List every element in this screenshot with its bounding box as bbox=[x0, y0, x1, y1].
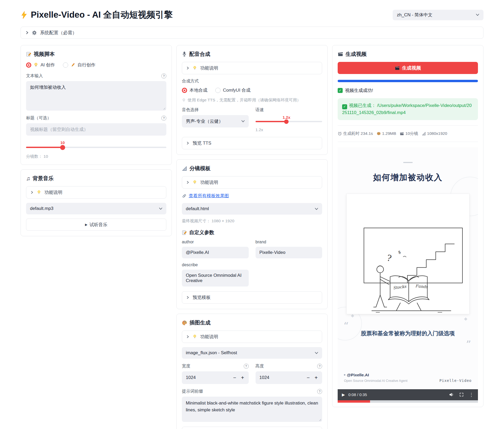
radio-self-create[interactable]: 自行创作 bbox=[63, 62, 96, 68]
author-input[interactable]: @Pixelle.AI bbox=[182, 247, 249, 258]
width-increment-button[interactable]: + bbox=[239, 373, 247, 382]
view-templates-link[interactable]: 查看所有模板效果图 bbox=[189, 193, 229, 199]
author-bullet-icon bbox=[344, 374, 346, 376]
quote-close-mark: ” bbox=[338, 341, 471, 347]
music-help-accordion[interactable]: 功能说明 bbox=[26, 186, 166, 199]
dropdown-value: default.html bbox=[186, 206, 209, 211]
language-selector[interactable]: zh_CN - 简体中文 bbox=[393, 10, 483, 20]
brand-label: brand bbox=[256, 240, 322, 244]
author-label: author bbox=[182, 240, 249, 244]
svg-text:?: ? bbox=[386, 253, 392, 263]
video-title-input[interactable]: 视频标题（留空则自动生成） bbox=[26, 123, 166, 136]
generation-progress-bar bbox=[338, 80, 478, 82]
help-icon[interactable]: ? bbox=[161, 116, 166, 121]
video-script-card: 视频脚本 AI 创作 自行创作 bbox=[21, 45, 172, 165]
card-title-text: 视频脚本 bbox=[34, 51, 55, 58]
tts-mode-radios: 本地合成 ComfyUI 合成 bbox=[182, 87, 322, 93]
accordion-label: 预览模板 bbox=[193, 294, 211, 300]
storyboard-count-text: 分镜数： 10 bbox=[26, 154, 166, 159]
generate-video-button[interactable]: 生成视频 bbox=[338, 62, 478, 74]
help-icon[interactable]: ? bbox=[317, 389, 322, 394]
clapperboard-icon bbox=[395, 66, 400, 70]
tts-hint: 使用 Edge TTS，无需配置，开箱即用（请确保网络环境可用） bbox=[188, 97, 301, 103]
divider bbox=[338, 142, 478, 142]
custom-params-title: 自定义参数 bbox=[189, 229, 214, 236]
height-increment-button[interactable]: + bbox=[312, 373, 320, 382]
svg-text:$: $ bbox=[397, 249, 401, 255]
slider-handle[interactable] bbox=[284, 119, 289, 124]
illustration-help-accordion[interactable]: 功能说明 bbox=[182, 331, 322, 343]
template-file-dropdown[interactable]: default.html bbox=[182, 203, 322, 215]
brand-field-group: brand Pixelle-Video bbox=[256, 240, 322, 258]
chevron-down-icon bbox=[159, 208, 162, 210]
kebab-menu-button[interactable]: ⋮ bbox=[469, 392, 474, 398]
storyboard-count-slider[interactable]: 10 bbox=[26, 140, 166, 148]
height-value: 1024 bbox=[260, 375, 270, 380]
tts-card: 配音合成 功能说明 合成方式 本地合成 bbox=[176, 45, 328, 155]
help-icon[interactable]: ? bbox=[244, 364, 249, 369]
tts-mode-label: 合成方式 bbox=[182, 78, 322, 84]
stat-text: 1080x1920 bbox=[427, 131, 447, 136]
height-decrement-button[interactable]: − bbox=[304, 373, 312, 382]
microphone-icon bbox=[182, 51, 187, 57]
success-text: 视频生成成功! bbox=[345, 87, 373, 93]
text-input-label: 文本输入 bbox=[26, 73, 43, 79]
workflow-dropdown[interactable]: image_flux.json - Selfhost bbox=[182, 347, 322, 359]
height-field-group: 高度 ? 1024 − + bbox=[256, 363, 322, 384]
middle-column: 配音合成 功能说明 合成方式 本地合成 bbox=[176, 45, 328, 429]
radio-ai-create[interactable]: AI 创作 bbox=[26, 62, 55, 68]
script-mode-radios: AI 创作 自行创作 bbox=[26, 62, 166, 68]
play-button[interactable]: ▶ bbox=[342, 392, 345, 397]
help-icon[interactable]: ? bbox=[161, 73, 166, 78]
tts-help-accordion[interactable]: 功能说明 bbox=[182, 62, 322, 74]
brand-input[interactable]: Pixelle-Video bbox=[256, 247, 322, 258]
accordion-label: 功能说明 bbox=[44, 189, 62, 195]
text-input-textarea[interactable]: 如何增加被动收入 bbox=[26, 81, 166, 111]
radio-dot-selected bbox=[182, 88, 187, 93]
prompt-prefix-textarea[interactable]: Minimalist black-and-white matchstick fi… bbox=[182, 397, 322, 422]
video-controls-bar[interactable]: ▶ 0:08 / 0:35 ⋮ bbox=[338, 389, 478, 400]
width-decrement-button[interactable]: − bbox=[231, 373, 239, 382]
chevron-right-icon bbox=[26, 31, 29, 34]
width-stepper[interactable]: 1024 − + bbox=[182, 371, 249, 384]
chevron-down-icon bbox=[315, 352, 318, 354]
play-music-label: 试听音乐 bbox=[89, 222, 107, 228]
slider-handle[interactable] bbox=[60, 145, 65, 150]
storyboard-template-card: 分镜模板 功能说明 查看所有模板效果图 bbox=[176, 159, 328, 309]
play-music-button[interactable]: ▶ 试听音乐 bbox=[26, 219, 166, 231]
final-size-text: 最终视频尺寸： 1080 × 1920 bbox=[182, 218, 322, 224]
accordion-label: 预览 TTS bbox=[193, 140, 211, 146]
voice-dropdown[interactable]: 男声-专业（云健） bbox=[182, 115, 249, 127]
radio-comfyui-tts[interactable]: ComfyUI 合成 bbox=[215, 87, 251, 93]
radio-local-tts[interactable]: 本地合成 bbox=[182, 87, 207, 93]
card-title-text: 配音合成 bbox=[189, 51, 210, 58]
illustration-sketch: ? $ Stocks Funds bbox=[347, 194, 469, 314]
app-title-text: Pixelle-Video - AI 全自动短视频引擎 bbox=[31, 9, 173, 21]
pencil-icon bbox=[71, 63, 75, 67]
chevron-right-icon bbox=[186, 181, 189, 184]
card-title-text: 生成视频 bbox=[346, 51, 367, 58]
music-file-dropdown[interactable]: default.mp3 bbox=[26, 203, 166, 214]
template-preview-accordion[interactable]: 预览模板 bbox=[182, 291, 322, 304]
divider bbox=[338, 125, 478, 126]
speed-slider[interactable]: 1.2x bbox=[256, 115, 322, 122]
illustration-card: 插图生成 功能说明 image_flux.json - Selfhost bbox=[176, 314, 328, 429]
template-help-accordion[interactable]: 功能说明 bbox=[182, 176, 322, 189]
right-column: 生成视频 生成视频 ✓ 视频生成成功! ✓视频已生成： /Users/puke/… bbox=[332, 45, 483, 412]
height-stepper[interactable]: 1024 − + bbox=[256, 371, 322, 384]
gear-icon bbox=[32, 30, 37, 35]
help-icon[interactable]: ? bbox=[317, 364, 322, 369]
system-config-accordion[interactable]: 系统配置（必需） bbox=[21, 27, 483, 39]
system-config-label: 系统配置（必需） bbox=[40, 29, 77, 36]
style-preview-accordion[interactable]: 预览风格 bbox=[182, 427, 322, 429]
fullscreen-button[interactable] bbox=[459, 392, 464, 397]
memo-icon bbox=[26, 52, 31, 57]
tts-preview-accordion[interactable]: 预览 TTS bbox=[182, 137, 322, 149]
volume-button[interactable] bbox=[449, 392, 454, 397]
describe-input[interactable]: Open Source Omnimodal AI Creative bbox=[182, 270, 249, 287]
video-player[interactable]: 如何增加被动收入 bbox=[338, 147, 478, 403]
video-progress-track[interactable] bbox=[338, 400, 478, 403]
bulb-icon bbox=[34, 62, 38, 67]
dropdown-value: image_flux.json - Selfhost bbox=[186, 350, 237, 356]
accordion-label: 功能说明 bbox=[200, 334, 218, 340]
